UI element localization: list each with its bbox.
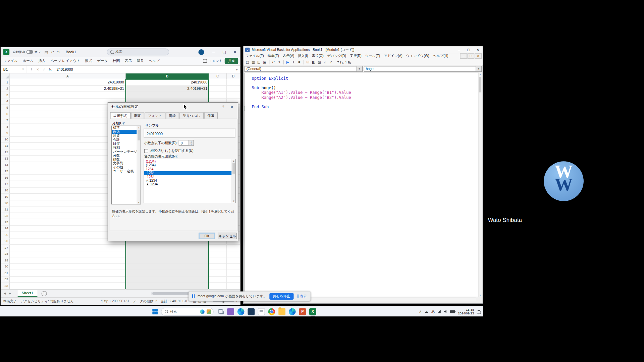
network-icon[interactable] (438, 310, 441, 313)
ime-indicator[interactable]: あ (431, 309, 435, 314)
row-header-21[interactable]: 21 (1, 206, 10, 213)
object-dropdown[interactable]: (General) ▼ (245, 66, 363, 72)
row-header-19[interactable]: 19 (1, 194, 10, 200)
negative-format-item[interactable]: -1234 (144, 171, 232, 175)
cell-C30[interactable] (209, 264, 227, 270)
app-blue-taskbar-icon[interactable] (287, 307, 298, 316)
ribbon-tab-ヘルプ[interactable]: ヘルプ (146, 57, 162, 65)
excel-close-button[interactable]: ✕ (229, 47, 240, 57)
thousands-separator-checkbox[interactable]: 桁区切り ( , ) を使用する(U) (144, 148, 194, 153)
powerpoint-taskbar-icon[interactable]: P (298, 307, 308, 316)
row-header-5[interactable]: 5 (1, 105, 10, 111)
row-header-17[interactable]: 17 (1, 181, 10, 187)
cell-C29[interactable] (209, 257, 227, 264)
procedure-dropdown[interactable]: hoge ▼ (364, 66, 482, 72)
row-header-8[interactable]: 8 (1, 124, 10, 130)
row-header-29[interactable]: 29 (1, 257, 10, 264)
chrome-taskbar-icon[interactable] (267, 307, 277, 316)
vba-toolbar-icon[interactable]: ▤ (245, 59, 250, 65)
vba-menu-ファイル(F)[interactable]: ファイル(F) (244, 54, 266, 58)
taskbar-search[interactable]: 検索 (161, 308, 214, 315)
cell-C1[interactable] (209, 79, 227, 85)
cell-A3[interactable] (10, 92, 125, 98)
notification-bell-icon[interactable] (477, 310, 481, 314)
row-header-2[interactable]: 2 (1, 85, 10, 92)
taskbar-clock[interactable]: 15:38 2024/09/23 (458, 308, 474, 315)
negative-format-item[interactable]: 1234 (144, 167, 232, 171)
volume-icon[interactable] (444, 310, 447, 313)
status-stat[interactable]: データの個数: 2 (133, 299, 157, 303)
cell-D31[interactable] (227, 270, 240, 277)
cell-B29[interactable] (126, 257, 209, 264)
cell-D33[interactable] (227, 283, 240, 289)
share-button[interactable]: 共有 (225, 58, 238, 64)
negative-formats-listbox[interactable]: (1234)(1234)1234-1234-1234△ 1234▲ 1234 ▲… (144, 159, 236, 203)
insert-function-icon[interactable]: fx (49, 67, 52, 71)
row-header-16[interactable]: 16 (1, 175, 10, 181)
app-purple-taskbar-icon[interactable] (225, 307, 236, 316)
vba-menu-アドイン(A)[interactable]: アドイン(A) (382, 54, 405, 58)
autosave-toggle[interactable]: 自動保存 オフ (13, 50, 41, 54)
code-vertical-scrollbar[interactable]: ▲ ▼ (478, 73, 482, 297)
dialog-titlebar[interactable]: セルの書式設定 ? ✕ (108, 103, 238, 111)
decimal-places-spinner[interactable]: 0 ▲ ▼ (179, 140, 194, 146)
hide-banner-link[interactable]: 非表示 (297, 294, 307, 298)
formula-input[interactable]: 24019000 (57, 67, 73, 71)
spinner-down-icon[interactable]: ▼ (190, 143, 192, 145)
battery-icon[interactable] (450, 310, 455, 313)
vba-toolbar-icon[interactable]: ◧ (311, 59, 316, 65)
vba-toolbar-icon[interactable]: ⌂ (322, 59, 328, 65)
cell-A30[interactable] (10, 264, 125, 270)
vba-toolbar-icon[interactable]: ? (328, 59, 333, 65)
row-header-10[interactable]: 10 (1, 136, 10, 143)
row-header-32[interactable]: 32 (1, 277, 10, 283)
row-header-3[interactable]: 3 (1, 92, 10, 98)
onedrive-icon[interactable]: ☁ (425, 309, 428, 313)
checkbox-icon[interactable] (144, 149, 148, 153)
column-header-B[interactable]: B (126, 73, 209, 79)
dialog-tab-保護[interactable]: 保護 (204, 113, 218, 119)
cell-D3[interactable] (227, 92, 240, 98)
ribbon-tab-ホーム[interactable]: ホーム (20, 57, 36, 65)
cell-C2[interactable] (209, 85, 227, 92)
add-sheet-button[interactable]: + (41, 291, 47, 296)
dialog-help-button[interactable]: ? (219, 104, 228, 110)
confirm-entry-icon[interactable]: ✓ (43, 67, 46, 71)
vba-menu-ウィンドウ(W)[interactable]: ウィンドウ(W) (404, 54, 431, 58)
row-header-23[interactable]: 23 (1, 219, 10, 226)
vba-menu-書式(O)[interactable]: 書式(O) (310, 54, 325, 58)
vba-menu-デバッグ(D)[interactable]: デバッグ(D) (325, 54, 348, 58)
zoom-track[interactable] (213, 301, 234, 302)
sheet-tab-sheet1[interactable]: Sheet1 (17, 290, 37, 297)
row-header-24[interactable]: 24 (1, 226, 10, 232)
status-accessibility[interactable]: アクセシビリティ: 問題ありません (20, 299, 74, 303)
cell-C3[interactable] (209, 92, 227, 98)
negative-format-item[interactable]: ▲ 1234 (144, 183, 232, 187)
row-header-4[interactable]: 4 (1, 98, 10, 105)
column-header-C[interactable]: C (209, 73, 227, 79)
ribbon-tab-数式[interactable]: 数式 (83, 57, 95, 65)
notepad-taskbar-icon[interactable] (256, 307, 267, 316)
cell-D2[interactable] (227, 85, 240, 92)
stop-sharing-button[interactable]: 共有を停止 (270, 293, 293, 300)
scroll-down-icon[interactable]: ▼ (137, 201, 141, 204)
row-header-1[interactable]: 1 (1, 79, 10, 85)
cancel-button[interactable]: キャンセル (218, 233, 236, 239)
app-dark-taskbar-icon[interactable] (246, 307, 256, 316)
cell-D1[interactable] (227, 79, 240, 85)
name-box[interactable]: B1 ▼ (1, 66, 26, 73)
category-item[interactable]: ユーザー定義 (112, 169, 137, 173)
vba-toolbar-icon[interactable]: ⊞ (305, 59, 311, 65)
column-header-D[interactable]: D (227, 73, 240, 79)
vba-toolbar-icon[interactable]: ▦ (251, 59, 256, 65)
row-header-28[interactable]: 28 (1, 251, 10, 257)
cell-C33[interactable] (209, 283, 227, 289)
cancel-entry-icon[interactable]: ✕ (36, 67, 39, 71)
mdi-restore-button[interactable]: ▢ (467, 53, 474, 59)
ribbon-tab-ページ レイアウト[interactable]: ページ レイアウト (48, 57, 83, 65)
vba-menu-挿入(I)[interactable]: 挿入(I) (296, 54, 310, 58)
vba-menu-ヘルプ(H)[interactable]: ヘルプ(H) (431, 54, 450, 58)
ribbon-tab-開発[interactable]: 開発 (134, 57, 146, 65)
category-item[interactable]: その他 (112, 165, 137, 169)
hidden-icons-chevron[interactable]: ∧ (419, 309, 422, 313)
